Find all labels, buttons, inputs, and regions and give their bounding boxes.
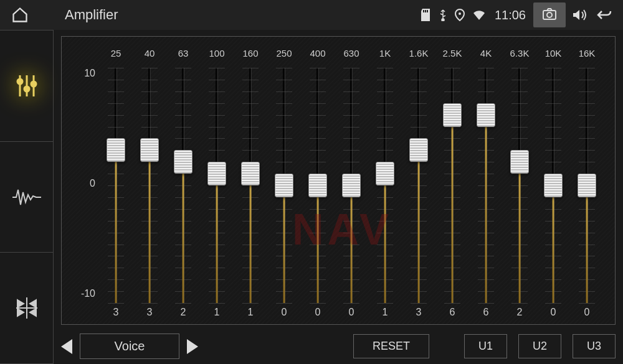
svg-point-3 <box>442 19 444 21</box>
band-value-label: 0 <box>282 307 287 320</box>
clock-time: 11:06 <box>495 8 526 22</box>
slider-thumb[interactable] <box>409 138 428 162</box>
eq-band: 1001 <box>200 48 234 320</box>
band-slider[interactable] <box>107 68 125 303</box>
user-preset-2-button[interactable]: U2 <box>518 334 561 358</box>
app-title: Amplifier <box>65 7 118 23</box>
band-freq-label: 25 <box>111 48 121 62</box>
eq-band: 10K0 <box>536 48 570 320</box>
screenshot-button[interactable] <box>533 2 566 27</box>
band-freq-label: 1K <box>379 48 391 62</box>
slider-thumb[interactable] <box>140 138 159 162</box>
band-slider[interactable] <box>174 68 193 303</box>
preset-prev-button[interactable] <box>61 339 72 354</box>
slider-thumb[interactable] <box>107 138 125 162</box>
band-slider[interactable] <box>241 68 260 303</box>
band-slider[interactable] <box>510 68 529 303</box>
band-slider[interactable] <box>275 68 293 303</box>
slider-thumb[interactable] <box>376 162 394 185</box>
slider-thumb[interactable] <box>241 162 260 185</box>
eq-band: 1.6K3 <box>402 48 435 320</box>
tab-sound-wave[interactable] <box>0 142 53 253</box>
band-slider[interactable] <box>140 68 159 303</box>
slider-thumb[interactable] <box>510 150 529 174</box>
band-value-label: 0 <box>315 307 321 320</box>
band-slider[interactable] <box>342 68 361 303</box>
band-slider[interactable] <box>578 68 596 303</box>
band-value-label: 2 <box>181 307 186 320</box>
usb-icon <box>439 9 447 21</box>
user-preset-3-button[interactable]: U3 <box>573 334 616 358</box>
svg-point-8 <box>17 79 22 84</box>
band-freq-label: 40 <box>145 48 155 62</box>
tab-equalizer[interactable] <box>0 30 53 142</box>
eq-band: 6.3K2 <box>503 48 536 320</box>
slider-thumb[interactable] <box>308 174 327 197</box>
band-freq-label: 6.3K <box>510 48 530 62</box>
band-slider[interactable] <box>409 68 428 303</box>
location-icon <box>455 9 465 21</box>
band-slider[interactable] <box>477 68 495 303</box>
band-value-label: 1 <box>383 307 388 320</box>
band-slider[interactable] <box>443 68 462 303</box>
home-icon[interactable] <box>11 6 36 24</box>
band-freq-label: 10K <box>545 48 562 62</box>
slider-thumb[interactable] <box>544 174 563 197</box>
slider-thumb[interactable] <box>477 103 495 127</box>
preset-label[interactable]: Voice <box>80 334 179 359</box>
eq-band: 4K6 <box>469 48 503 320</box>
svg-point-6 <box>547 12 552 17</box>
slider-thumb[interactable] <box>174 150 193 174</box>
y-mid: 0 <box>70 178 95 189</box>
band-freq-label: 1.6K <box>409 48 429 62</box>
svg-point-4 <box>459 12 461 15</box>
slider-thumb[interactable] <box>443 103 462 127</box>
eq-band: 253 <box>99 48 133 320</box>
band-freq-label: 400 <box>310 48 325 62</box>
eq-band: 1601 <box>234 48 267 320</box>
band-slider[interactable] <box>207 68 226 303</box>
band-value-label: 6 <box>450 307 455 320</box>
band-freq-label: 2.5K <box>443 48 462 62</box>
y-axis: 10 0 -10 <box>70 68 95 299</box>
band-value-label: 1 <box>248 307 254 320</box>
band-value-label: 0 <box>349 307 354 320</box>
reset-button[interactable]: RESET <box>353 334 429 358</box>
band-value-label: 6 <box>483 307 489 320</box>
preset-next-button[interactable] <box>187 339 198 354</box>
eq-band: 6300 <box>335 48 368 320</box>
band-value-label: 2 <box>517 307 523 320</box>
volume-icon[interactable] <box>572 8 588 22</box>
equalizer-panel: 10 0 -10 253403632100116012500400063001K… <box>61 36 616 325</box>
band-value-label: 3 <box>416 307 422 320</box>
eq-band: 403 <box>133 48 166 320</box>
band-value-label: 3 <box>147 307 153 320</box>
slider-thumb[interactable] <box>275 174 293 197</box>
band-value-label: 3 <box>113 307 119 320</box>
eq-band: 1K1 <box>368 48 402 320</box>
eq-band: 632 <box>166 48 200 320</box>
svg-point-12 <box>31 82 36 86</box>
back-icon[interactable] <box>596 9 612 21</box>
band-freq-label: 16K <box>579 48 596 62</box>
band-freq-label: 250 <box>276 48 292 62</box>
sdcard-icon <box>420 9 431 21</box>
band-value-label: 0 <box>584 307 590 320</box>
band-freq-label: 160 <box>242 48 258 62</box>
band-value-label: 1 <box>214 307 220 320</box>
slider-thumb[interactable] <box>578 174 596 197</box>
eq-band: 2500 <box>267 48 301 320</box>
svg-rect-1 <box>425 10 426 12</box>
user-preset-1-button[interactable]: U1 <box>464 334 507 358</box>
band-slider[interactable] <box>544 68 563 303</box>
eq-band: 2.5K6 <box>435 48 469 320</box>
band-slider[interactable] <box>376 68 394 303</box>
slider-thumb[interactable] <box>207 162 226 185</box>
tab-balance[interactable] <box>0 253 53 364</box>
band-freq-label: 630 <box>343 48 359 62</box>
band-slider[interactable] <box>308 68 327 303</box>
band-freq-label: 63 <box>178 48 189 62</box>
slider-thumb[interactable] <box>342 174 361 197</box>
band-freq-label: 4K <box>480 48 492 62</box>
band-freq-label: 100 <box>209 48 224 62</box>
